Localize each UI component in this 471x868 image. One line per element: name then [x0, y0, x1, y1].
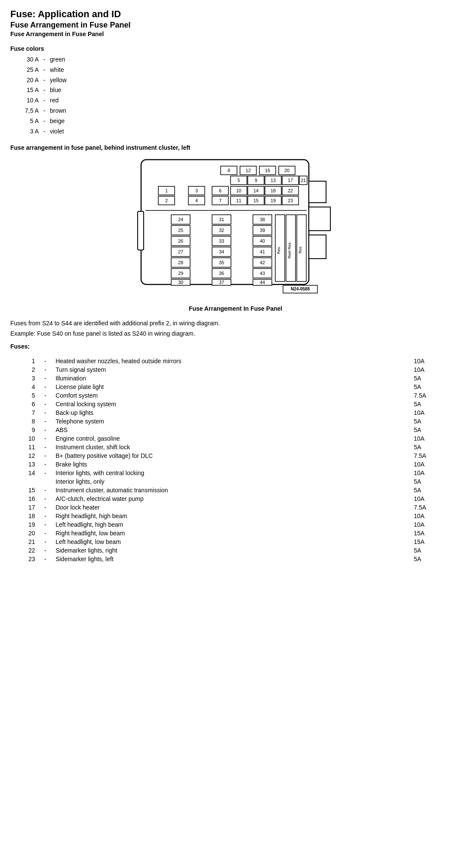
- svg-text:20: 20: [284, 168, 289, 173]
- fuse-amperage: 7.5A: [411, 451, 462, 460]
- fuse-color: white: [50, 65, 68, 75]
- fuse-amperage: 10A: [411, 365, 462, 374]
- fuse-amperage: 7.5A: [411, 391, 462, 400]
- svg-text:7: 7: [219, 198, 221, 203]
- page-title-2: Fuse Arrangement in Fuse Panel: [10, 21, 461, 30]
- fuse-separator: -: [37, 400, 53, 408]
- fuse-separator: -: [37, 374, 53, 383]
- diagram-container: 8 12 16 20 5 9 13 17 21 1 3 6 10 14 18 2…: [10, 155, 461, 316]
- fuse-description: Door lock heater: [53, 503, 411, 512]
- fuse-description: Instrument cluster, automatic transmissi…: [53, 486, 411, 494]
- svg-text:23: 23: [287, 198, 292, 203]
- fuse-description: B+ (battery positive voltage) for DLC: [53, 451, 411, 460]
- fuse-color-row: 25 A - white: [19, 65, 68, 75]
- fuse-description: Left headlight, high beam: [53, 520, 411, 529]
- fuse-dash: -: [40, 106, 50, 116]
- fuse-row: 10 - Engine control, gasoline 10A: [12, 434, 462, 443]
- fuse-separator: -: [37, 460, 53, 469]
- fuse-amperage: 10A: [411, 494, 462, 503]
- fuse-amperage: 5A: [411, 486, 462, 494]
- fuse-amp: 7,5 A: [19, 106, 40, 116]
- svg-text:35: 35: [219, 260, 224, 265]
- svg-text:19: 19: [270, 198, 275, 203]
- fuse-dash: -: [40, 96, 50, 106]
- fuse-number: 17: [12, 503, 37, 512]
- fuse-number: 13: [12, 460, 37, 469]
- fuse-description: Back-up lights: [53, 408, 411, 417]
- fuse-number: 10: [12, 434, 37, 443]
- fuse-color: beige: [50, 116, 68, 127]
- fuse-separator: -: [37, 365, 53, 374]
- fuse-amperage: 5A: [411, 426, 462, 434]
- fuse-description: A/C-clutch, electrical water pump: [53, 494, 411, 503]
- fuse-row: 5 - Comfort system 7.5A: [12, 391, 462, 400]
- fuse-separator: -: [37, 520, 53, 529]
- svg-text:12: 12: [245, 168, 250, 173]
- fuse-row: 21 - Left headlight, low beam 15A: [12, 537, 462, 546]
- fuse-color-row: 10 A - red: [19, 96, 68, 106]
- svg-text:4: 4: [195, 198, 197, 203]
- fuse-color: brown: [50, 106, 68, 116]
- svg-text:26: 26: [178, 238, 183, 244]
- svg-text:Reel Res.: Reel Res.: [287, 242, 292, 259]
- fuse-separator: -: [37, 391, 53, 400]
- svg-text:25: 25: [178, 228, 183, 233]
- fuse-colors-list: 30 A - green 25 A - white 20 A - yellow …: [19, 55, 461, 136]
- svg-text:11: 11: [236, 198, 241, 203]
- fuse-number: 7: [12, 408, 37, 417]
- svg-text:37: 37: [219, 280, 224, 285]
- fuse-color: green: [50, 55, 68, 65]
- fuse-color: blue: [50, 85, 68, 96]
- fuse-description: Right headlight, low beam: [53, 529, 411, 537]
- fuse-number: [12, 477, 37, 486]
- fuse-row: 15 - Instrument cluster, automatic trans…: [12, 486, 462, 494]
- fuse-description: Sidemarker lights, left: [53, 555, 411, 563]
- fuse-separator: -: [37, 503, 53, 512]
- fuse-amperage: 5A: [411, 443, 462, 451]
- fuse-dash: -: [40, 85, 50, 96]
- svg-text:39: 39: [259, 228, 265, 233]
- svg-text:28: 28: [178, 260, 183, 265]
- fuse-separator: -: [37, 426, 53, 434]
- fuse-description: Turn signal system: [53, 365, 411, 374]
- diagram-caption: Fuse Arrangement In Fuse Panel: [189, 305, 282, 312]
- fuse-amperage: 5A: [411, 383, 462, 391]
- fuse-description: Central locking system: [53, 400, 411, 408]
- svg-text:6: 6: [219, 188, 221, 193]
- svg-text:9: 9: [254, 178, 257, 183]
- fuse-row: 20 - Right headlight, low beam 15A: [12, 529, 462, 537]
- diagram-section-title: Fuse arrangement in fuse panel, behind i…: [10, 144, 461, 151]
- fuse-dash: -: [40, 55, 50, 65]
- svg-text:30: 30: [178, 280, 183, 285]
- fuse-amperage: 15A: [411, 537, 462, 546]
- svg-text:17: 17: [287, 178, 292, 183]
- fuse-separator: -: [37, 546, 53, 555]
- svg-text:Res: Res: [298, 247, 302, 254]
- fuse-number: 2: [12, 365, 37, 374]
- fuse-amperage: 10A: [411, 434, 462, 443]
- fuse-separator: -: [37, 555, 53, 563]
- fuse-number: 22: [12, 546, 37, 555]
- svg-text:27: 27: [178, 249, 183, 254]
- svg-text:16: 16: [265, 168, 270, 173]
- fuse-separator: -: [37, 451, 53, 460]
- fuse-table: 1 - Heated washer nozzles, heated outsid…: [12, 353, 462, 563]
- fuse-amp: 15 A: [19, 85, 40, 96]
- fuse-amperage: 10A: [411, 460, 462, 469]
- fuse-amperage: 10A: [411, 520, 462, 529]
- fuses-label: Fuses:: [10, 343, 461, 350]
- fuse-separator: -: [37, 512, 53, 520]
- fuse-dash: -: [40, 65, 50, 75]
- fuse-color: violet: [50, 127, 68, 137]
- fuse-separator: -: [37, 357, 53, 365]
- fuse-separator: -: [37, 537, 53, 546]
- fuse-separator: -: [37, 408, 53, 417]
- fuse-description: Right headlight, high beam: [53, 512, 411, 520]
- info-text-2: Example: Fuse S40 on fuse panel is liste…: [10, 330, 461, 337]
- svg-text:43: 43: [259, 271, 265, 276]
- svg-text:21: 21: [300, 178, 305, 183]
- fuse-description: Illumination: [53, 374, 411, 383]
- fuse-color-row: 20 A - yellow: [19, 75, 68, 86]
- fuse-number: 1: [12, 357, 37, 365]
- fuse-row: Interior lights, only 5A: [12, 477, 462, 486]
